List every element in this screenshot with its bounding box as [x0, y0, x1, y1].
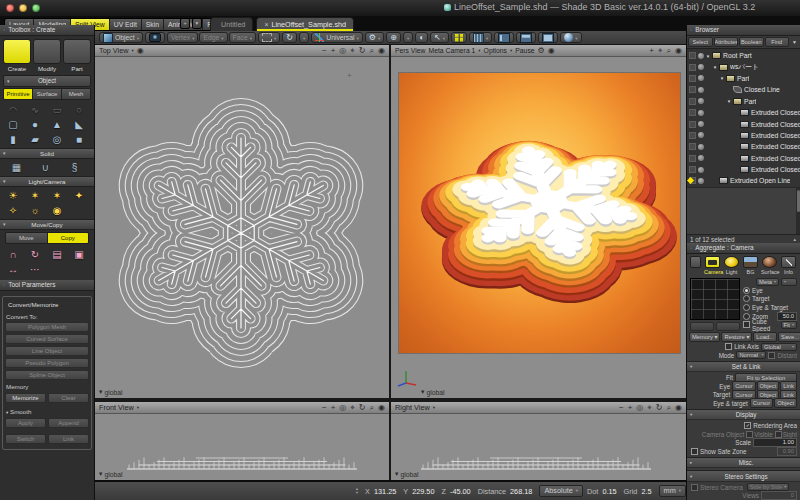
browser-empty-area[interactable] — [687, 187, 800, 234]
scene-tree-row[interactable]: Extruded Closed — [687, 130, 800, 141]
zoom-out-icon[interactable]: − — [322, 45, 327, 56]
orbit-icon[interactable]: ↻ — [359, 45, 366, 56]
globe-tool-button[interactable]: ◐ — [415, 32, 428, 43]
camera-object-checkbox[interactable] — [775, 431, 782, 438]
panel-close-icon[interactable]: ◦ — [690, 243, 692, 253]
expand-arrow[interactable]: ▾ — [718, 75, 726, 81]
viewport-name-dropdown[interactable]: Top View — [99, 46, 128, 55]
scene-tree-row[interactable]: ▾ Part — [687, 96, 800, 107]
lock-toggle[interactable] — [689, 52, 696, 59]
eye-target-set-button[interactable]: Cursor — [750, 398, 773, 408]
visibility-toggle[interactable] — [698, 144, 704, 150]
meta-extra-dropdown[interactable]: ▾ — [781, 278, 797, 286]
smooth-button[interactable]: Link — [48, 434, 89, 444]
rounded-box-icon[interactable]: ▢ — [2, 117, 24, 132]
polygon-mesh-icon[interactable]: ▦ — [2, 160, 31, 175]
zoom-in-icon[interactable]: + — [331, 402, 336, 413]
convert-button[interactable]: Pseudo Polygon — [5, 358, 89, 368]
visibility-toggle[interactable] — [698, 121, 704, 127]
wedge-icon[interactable]: ◣ — [68, 117, 90, 132]
safe-zone-field[interactable]: 0.90 — [777, 447, 797, 456]
pers-viewport-canvas[interactable]: ▾global — [391, 57, 686, 398]
scene-tree-row[interactable]: ▾ wsパート — [687, 61, 800, 72]
options-dropdown[interactable]: Options — [484, 47, 507, 54]
scene-tree-row[interactable]: Extruded Closed — [687, 107, 800, 118]
expand-arrow[interactable]: ▾ — [711, 64, 719, 70]
directional-light-icon[interactable]: ✶ — [46, 188, 68, 203]
memory-button[interactable]: Clear — [48, 393, 89, 403]
zoom-lens-icon[interactable]: ◎ — [339, 45, 346, 56]
magnify-icon[interactable]: ⌕ — [370, 45, 374, 56]
spacer-tool-button[interactable]: ▾ — [403, 32, 413, 43]
lock-toggle[interactable] — [689, 75, 696, 82]
distant-checkbox[interactable] — [768, 352, 775, 359]
viewport-name-dropdown[interactable]: Front View — [99, 403, 134, 412]
stack-copy-icon[interactable]: ▣ — [68, 247, 90, 262]
eye-radio[interactable] — [743, 287, 750, 294]
visibility-toggle[interactable] — [698, 98, 704, 104]
scene-tree-row[interactable]: Extruded Closed — [687, 141, 800, 152]
grid-snap-button[interactable] — [451, 32, 467, 43]
visibility-toggle[interactable] — [698, 110, 704, 116]
ambient-light-icon[interactable]: ✦ — [68, 188, 90, 203]
smooth-button[interactable]: Switch — [5, 434, 46, 444]
viewport-settings-icon[interactable]: ◉ — [137, 45, 144, 56]
wrench-tool-button[interactable]: ⚙▾ — [365, 32, 384, 43]
eye-target-radio[interactable] — [743, 304, 750, 311]
aggregate-tab[interactable]: Light — [723, 256, 740, 275]
lock-toggle[interactable] — [689, 143, 696, 150]
lock-toggle[interactable] — [689, 177, 696, 184]
zoom-value-field[interactable]: 50.0 — [777, 312, 797, 321]
axis-space-label[interactable]: ▾global — [99, 470, 123, 478]
lock-toggle[interactable] — [689, 166, 696, 173]
spotlight-icon[interactable]: ✶ — [24, 188, 46, 203]
camera-view-button[interactable] — [716, 322, 740, 331]
scene-tree-row[interactable]: Extruded Closed — [687, 164, 800, 175]
translate-copy-icon[interactable]: ▤ — [46, 247, 68, 262]
camera-icon[interactable]: ◉ — [46, 203, 68, 218]
manipulator-button[interactable]: ⊕ — [386, 32, 401, 43]
path-light-icon[interactable]: ✧ — [2, 203, 24, 218]
light-camera-section-header[interactable]: ▾Light/Camera — [0, 176, 94, 187]
unit-dropdown[interactable]: mm▾ — [659, 485, 686, 497]
browser-tab[interactable]: Select — [688, 37, 713, 47]
close-window-button[interactable] — [6, 4, 14, 12]
camera-memory-button[interactable]: Memory ▾ — [689, 332, 720, 342]
camera-memory-button[interactable]: Save... — [778, 332, 800, 342]
type-tab[interactable]: Surface — [33, 89, 62, 99]
render-settings-icon[interactable]: ⚙ — [538, 45, 545, 56]
rectangle-icon[interactable]: ▭ — [46, 102, 68, 117]
camera-memory-button[interactable]: Restore ▾ — [721, 332, 752, 342]
visibility-toggle[interactable] — [698, 87, 704, 93]
array-copy-icon[interactable]: ⋯ — [24, 262, 46, 277]
disk-icon[interactable]: ◠ — [2, 102, 24, 117]
convert-button[interactable]: Line Object — [5, 346, 89, 356]
area-light-icon[interactable]: ☼ — [24, 203, 46, 218]
eye-target-set-button[interactable]: Object — [774, 398, 797, 408]
document-tab[interactable]: Untitled — [210, 17, 253, 31]
extra-tool-button[interactable]: ▾ — [299, 32, 309, 43]
aggregate-tab[interactable]: Surface — [761, 256, 778, 275]
workspace-tab[interactable]: Skin — [142, 19, 164, 30]
smooth-button[interactable]: Append — [48, 418, 89, 428]
close-document-icon[interactable]: × — [264, 21, 268, 28]
browser-tab[interactable]: Find — [765, 37, 790, 47]
type-tab[interactable]: Mesh — [62, 89, 90, 99]
camera-view-button[interactable] — [690, 322, 714, 331]
render-sphere-icon[interactable]: ◉ — [548, 45, 555, 56]
cone-icon[interactable]: ▲ — [46, 117, 68, 132]
zoom-out-icon[interactable]: − — [619, 402, 624, 413]
visibility-toggle[interactable] — [698, 132, 704, 138]
axis-space-label[interactable]: ▾global — [421, 388, 445, 396]
stereo-mode-dropdown[interactable]: Side by Side▾ — [747, 483, 790, 491]
memory-button[interactable]: Memorize — [5, 393, 46, 403]
visibility-toggle[interactable] — [698, 178, 704, 184]
freeform-curve-icon[interactable]: ∿ — [24, 102, 46, 117]
camera-view-icon[interactable]: ◉ — [675, 45, 682, 56]
front-viewport-canvas[interactable]: ▾global — [95, 414, 389, 480]
component-mode-button[interactable]: Vertex▾ — [167, 32, 199, 43]
scene-tree-row[interactable]: ▾ Part — [687, 73, 800, 84]
browser-scrollbar[interactable] — [796, 188, 800, 234]
solid-section-header[interactable]: ▾Solid — [0, 148, 94, 159]
zoom-in-icon[interactable]: + — [628, 402, 633, 413]
